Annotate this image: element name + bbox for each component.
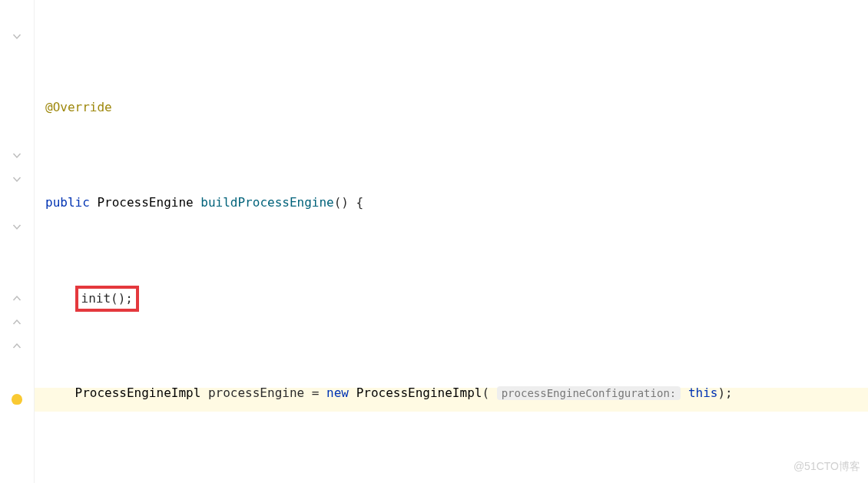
watermark: @51CTO博客	[793, 455, 860, 478]
fold-up-icon[interactable]	[12, 341, 22, 351]
method-call: init	[81, 291, 111, 306]
code-line	[45, 476, 868, 483]
code-line: @Override	[45, 95, 868, 119]
code-line: public ProcessEngine buildProcessEngine(…	[45, 190, 868, 214]
code-line: init();	[45, 286, 868, 309]
keyword-this: this	[688, 385, 718, 400]
gutter	[0, 0, 35, 483]
fold-icon[interactable]	[12, 174, 22, 184]
lightbulb-icon[interactable]	[12, 394, 22, 405]
highlighted-call: init();	[75, 286, 139, 312]
fold-icon[interactable]	[12, 222, 22, 232]
fold-icon[interactable]	[12, 31, 22, 41]
keyword-public: public	[45, 195, 90, 210]
type: ProcessEngineImpl	[356, 385, 482, 400]
code-area[interactable]: @Override public ProcessEngine buildProc…	[35, 0, 868, 483]
method-name: buildProcessEngine	[200, 195, 333, 210]
code-editor: @Override public ProcessEngine buildProc…	[0, 0, 868, 483]
annotation: @Override	[45, 100, 112, 114]
fold-up-icon[interactable]	[12, 293, 22, 303]
fold-icon[interactable]	[12, 151, 22, 160]
variable: processEngine	[208, 385, 304, 400]
type: ProcessEngineImpl	[75, 385, 201, 400]
type: ProcessEngine	[97, 195, 193, 210]
keyword-new: new	[326, 385, 349, 400]
fold-up-icon[interactable]	[12, 317, 22, 327]
parameter-hint: processEngineConfiguration:	[497, 386, 681, 400]
